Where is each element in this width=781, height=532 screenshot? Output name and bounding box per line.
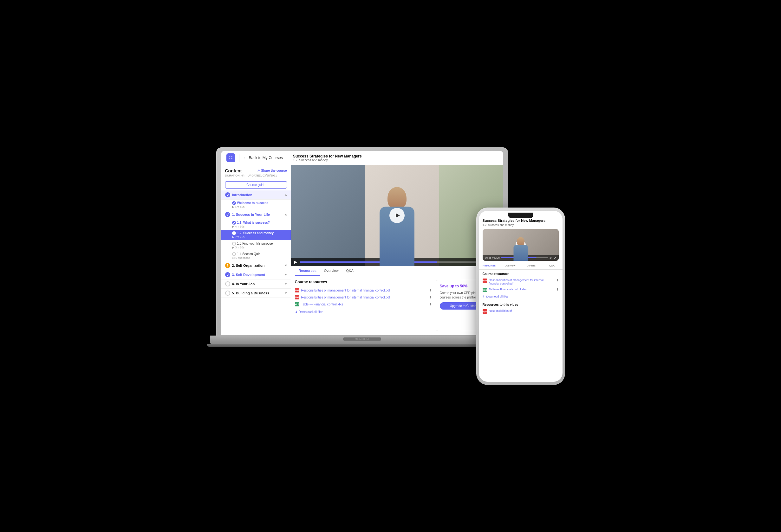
download-all-button[interactable]: ⬇ Download all files (295, 310, 432, 314)
phone-person-head (517, 237, 525, 246)
person-head (387, 187, 407, 209)
lesson-title-1-1: 1.1. What is success? (232, 221, 287, 225)
sidebar-item-s4[interactable]: 4. In Your Job ∨ (221, 279, 291, 289)
phone-xls-icon-1: XLS (483, 288, 487, 292)
lesson-item-1-1[interactable]: 1.1. What is success? ▶ 4m 30s (221, 219, 291, 230)
resource-item-2[interactable]: XLS Table — Financial control.xlxs ⬇ (295, 301, 432, 308)
app-container: ← Back to My Courses Success Strategies … (221, 151, 503, 335)
phone-divider (483, 301, 559, 301)
section-text-s1: 1. Success in Your Life (232, 213, 270, 216)
phone-resource-1[interactable]: XLS Table — Financial control.xlxs ⬇ (483, 287, 559, 293)
section-text-s2: 2. Self Organization (232, 264, 265, 267)
lesson-title-1-4: 1.4.Section Quiz (232, 252, 287, 256)
phone-download-all-label: Download all files (486, 295, 508, 298)
resource-name-2: Table — Financial control.xlxs (301, 303, 427, 306)
updated-label: UPDATED: 03/25/2021 (248, 174, 277, 177)
phone-resource-name-1: Table — Financial control.xlxs (489, 288, 554, 292)
content-label: Content (225, 168, 242, 173)
lesson-meta-1-2: ▶ 7m 25s (232, 235, 287, 238)
phone-resource-0[interactable]: PDF Responsibilities of management for i… (483, 277, 559, 287)
tab-qa[interactable]: Q&A (342, 266, 357, 276)
download-icon-2[interactable]: ⬇ (429, 303, 432, 306)
empty-circle-1-3 (232, 242, 236, 246)
phone: Success Strategies for New Managers 1.2.… (476, 208, 565, 385)
download-icon-0[interactable]: ⬇ (429, 289, 432, 292)
share-icon: ↗ (257, 169, 260, 172)
phone-tab-overview[interactable]: Overview (500, 263, 521, 269)
phone-time-display: 05:35 / 07:25 (485, 256, 500, 259)
phone-download-icon-0[interactable]: ⬇ (556, 278, 559, 282)
tab-overview[interactable]: Overview (320, 266, 342, 276)
phone-tabs: Resources Overview Content Q&A (479, 263, 563, 270)
phone-video-person (508, 235, 533, 261)
phone-tab-resources[interactable]: Resources (479, 263, 500, 269)
lesson-title-1-3: 1.3.Find your life purpose (232, 242, 287, 246)
sidebar-item-s2[interactable]: ! 2. Self Organization ∨ (221, 261, 291, 270)
phone-download-all-button[interactable]: ⬇ Download all files (483, 295, 559, 298)
radio-circle-1-2 (232, 231, 236, 235)
lesson-item-1-3[interactable]: 1.3.Find your life purpose ▶ 3m 10s (221, 240, 291, 251)
sidebar-meta: DURATION: 4h UPDATED: 03/25/2021 (225, 174, 287, 177)
lesson-item-1-2[interactable]: 1.2. Success and money ▶ 7m 25s (221, 230, 291, 240)
back-label: Back to My Courses (249, 156, 283, 160)
app-logo (227, 153, 235, 162)
phone-tab-content[interactable]: Content (521, 263, 542, 269)
chevron-up-icon-s1: ∧ (285, 213, 287, 216)
laptop-base: MacBook Air (210, 336, 514, 344)
macbook-label: MacBook Air (343, 338, 381, 341)
empty-circle-s5 (225, 291, 230, 296)
share-course-button[interactable]: ↗ Share the course (257, 169, 287, 172)
phone-video: 05:35 / 07:25 1x ⤢ (483, 229, 559, 261)
resource-item-0[interactable]: PDF Responsibilities of management for i… (295, 287, 432, 294)
course-guide-button[interactable]: Course guide (225, 181, 287, 188)
phone-fullscreen-icon[interactable]: ⤢ (553, 256, 556, 260)
phone-pdf-icon-0: PDF (483, 278, 487, 283)
play-button[interactable] (389, 208, 405, 223)
phone-person-body (513, 245, 528, 261)
laptop-base-bottom (207, 344, 518, 347)
lesson-title-1-2: 1.2. Success and money (232, 231, 287, 235)
sidebar-item-s1[interactable]: 1. Success in Your Life ∧ (221, 210, 291, 219)
arrow-left-icon: ← (243, 156, 247, 160)
resource-item-1[interactable]: PDF Responsibilities of management for i… (295, 294, 432, 301)
download-icon-1[interactable]: ⬇ (429, 296, 432, 299)
section-label-s3: 3. Self Development (225, 272, 265, 277)
app-body: Content ↗ Share the course DURATION: 4h (221, 165, 503, 335)
section-label-introduction: Introduction (225, 192, 252, 197)
check-circle-introduction (225, 192, 230, 197)
phone-speed-label[interactable]: 1x (549, 256, 552, 259)
download-all-label: Download all files (299, 310, 323, 314)
phone-course-title: Success Strategies for New Managers (483, 218, 559, 223)
check-circle-welcome (232, 201, 236, 205)
phone-download-icon-1[interactable]: ⬇ (556, 288, 559, 291)
chevron-down-icon-s5: ∨ (285, 291, 287, 295)
phone-resource2-0[interactable]: PDF Responsibilities of (483, 308, 559, 315)
duration-label: DURATION: 4h (225, 174, 244, 177)
video-play-icon[interactable]: ▶ (294, 260, 297, 264)
resource-name-0: Responsibilities of management for inter… (301, 289, 427, 292)
sidebar-item-s5[interactable]: 5. Building a Business ∨ (221, 289, 291, 298)
phone-tab-qa[interactable]: Q&A (542, 263, 563, 269)
svg-point-1 (231, 156, 232, 157)
phone-pdf-icon2-0: PDF (483, 309, 487, 314)
scene: ← Back to My Courses Success Strategies … (216, 147, 565, 385)
pdf-icon-0: PDF (295, 288, 299, 293)
laptop: ← Back to My Courses Success Strategies … (216, 147, 508, 363)
phone-resource-name-0: Responsibilities of management for inter… (489, 278, 554, 286)
sidebar-item-s3[interactable]: 3. Self Development ∨ (221, 270, 291, 279)
sidebar-item-introduction[interactable]: Introduction ∧ (221, 190, 291, 200)
check-circle-s3 (225, 272, 230, 277)
back-button[interactable]: ← Back to My Courses (243, 156, 283, 160)
lesson-meta-1-1: ▶ 4m 30s (232, 225, 287, 228)
sidebar-header: Content ↗ Share the course DURATION: 4h (221, 165, 291, 179)
tab-resources[interactable]: Resources (295, 266, 320, 276)
lesson-item-1-4[interactable]: 1.4.Section Quiz ☑ 5 questions (221, 251, 291, 261)
phone-resources-section: Course resources PDF Responsibilities of… (479, 270, 563, 382)
lesson-meta-welcome: ▶ 1m 45s (232, 205, 287, 209)
chevron-down-icon-s4: ∨ (285, 282, 287, 285)
header-course-info: Success Strategies for New Managers 1.2.… (287, 154, 498, 162)
content-tabs: Resources Overview Q&A (291, 266, 503, 276)
section-text-introduction: Introduction (232, 193, 252, 197)
lesson-item-welcome[interactable]: Welcome to success ▶ 1m 45s (221, 200, 291, 210)
header-divider (239, 154, 239, 162)
